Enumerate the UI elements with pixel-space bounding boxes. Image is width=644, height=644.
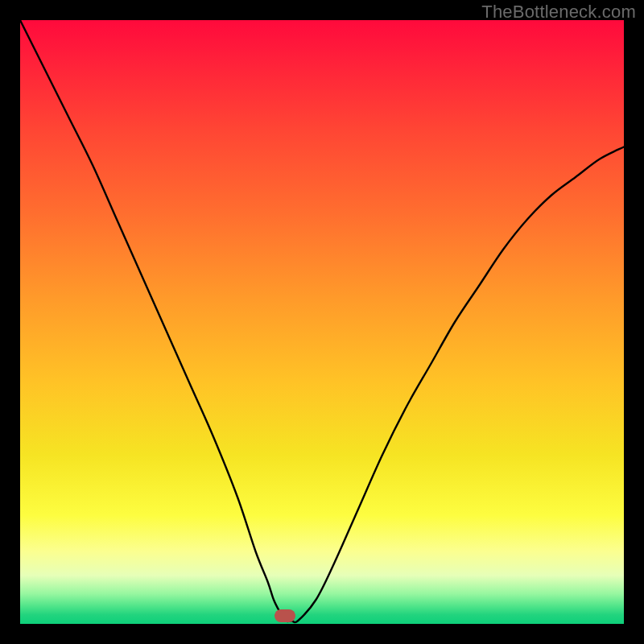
curve-line — [20, 20, 624, 624]
chart-frame: TheBottleneck.com — [0, 0, 644, 644]
watermark-text: TheBottleneck.com — [481, 2, 636, 23]
plot-area — [20, 20, 624, 624]
optimum-marker — [275, 609, 295, 622]
